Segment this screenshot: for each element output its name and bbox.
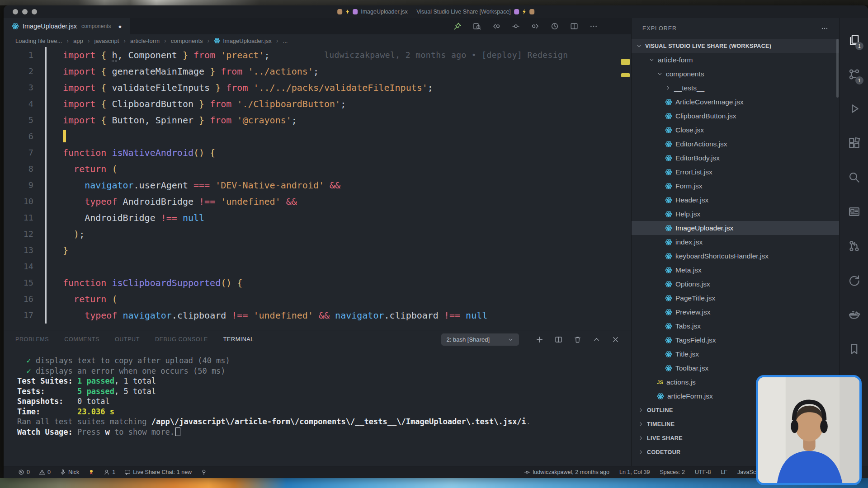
- trash-icon[interactable]: [574, 336, 581, 343]
- activity-pr[interactable]: [840, 229, 868, 263]
- code-line[interactable]: 16 return (: [4, 291, 631, 307]
- code-line[interactable]: 9 navigator.userAgent === 'DEV-Native-an…: [4, 177, 631, 193]
- tree-item-index-jsx[interactable]: index.jsx: [632, 235, 839, 249]
- status-item-javasc[interactable]: JavaSc: [737, 469, 756, 475]
- code-line[interactable]: 14: [4, 258, 631, 275]
- panel-tab-problems[interactable]: PROBLEMS: [15, 336, 49, 343]
- activity-extensions[interactable]: [840, 126, 868, 160]
- tree-item-visual-studio-live-share-workspace-[interactable]: VISUAL STUDIO LIVE SHARE (WORKSPACE): [632, 39, 839, 53]
- close-icon[interactable]: [612, 336, 619, 343]
- status-item-1[interactable]: 1: [104, 469, 115, 475]
- preview-icon[interactable]: [473, 22, 481, 30]
- nav-dot-icon[interactable]: [512, 22, 520, 30]
- status-item-utf-8[interactable]: UTF-8: [695, 469, 711, 475]
- git-blame-annotation: ludwiczakpawel, 2 months ago • [deploy] …: [324, 47, 568, 63]
- tree-item-articlecoverimage-jsx[interactable]: ArticleCoverImage.jsx: [632, 95, 839, 109]
- code-line[interactable]: 4import { ClipboardButton } from './Clip…: [4, 96, 631, 112]
- nav-back-icon[interactable]: [492, 22, 500, 30]
- activity-search[interactable]: [840, 160, 868, 194]
- activity-graph[interactable]: 1: [840, 57, 868, 91]
- tree-item-keyboardshortcutshandler-jsx[interactable]: keyboardShortcutsHandler.jsx: [632, 249, 839, 263]
- breadcrumb-item[interactable]: javascript: [94, 38, 119, 44]
- code-line[interactable]: 8 return (: [4, 161, 631, 177]
- tree-item-components[interactable]: components: [632, 67, 839, 81]
- breadcrumb-item[interactable]: components: [171, 38, 203, 44]
- terminal-output[interactable]: ✓ displays text to copy after upload (40…: [4, 348, 631, 466]
- panel-tab-comments[interactable]: COMMENTS: [64, 336, 99, 343]
- activity-share[interactable]: [840, 263, 868, 297]
- nav-forward-icon[interactable]: [531, 22, 539, 30]
- panel-tab-debug-console[interactable]: DEBUG CONSOLE: [155, 336, 208, 343]
- tree-item-options-jsx[interactable]: Options.jsx: [632, 277, 839, 291]
- code-line[interactable]: 2import { generateMainImage } from '../a…: [4, 63, 631, 80]
- status-item-live-share-chat-1-new[interactable]: Live Share Chat: 1 new: [124, 469, 192, 475]
- tab-imageuploader[interactable]: ImageUploader.jsx components ●: [4, 18, 130, 34]
- minimize-window-button[interactable]: [22, 9, 28, 14]
- breadcrumb-item[interactable]: Loading file tree...: [15, 38, 62, 44]
- tree-item-help-jsx[interactable]: Help.jsx: [632, 207, 839, 221]
- tree-item-imageuploader-jsx[interactable]: ImageUploader.jsx: [632, 221, 839, 235]
- tree-item-tabs-jsx[interactable]: Tabs.jsx: [632, 319, 839, 333]
- activity-bookmark[interactable]: [840, 332, 868, 366]
- status-item-0[interactable]: 0: [18, 469, 30, 475]
- zoom-window-button[interactable]: [32, 9, 37, 14]
- status-item-0[interactable]: 0: [39, 469, 51, 475]
- plus-icon[interactable]: [536, 336, 543, 343]
- code-editor[interactable]: 1import { h, Component } from 'preact';l…: [4, 47, 631, 330]
- code-line[interactable]: 5import { Button, Spinner } from '@crayo…: [4, 112, 631, 128]
- status-item-spaces-2[interactable]: Spaces: 2: [660, 469, 685, 475]
- tree-item-title-jsx[interactable]: Title.jsx: [632, 347, 839, 361]
- tree-item-tagsfield-jsx[interactable]: TagsField.jsx: [632, 333, 839, 347]
- terminal-shell-select[interactable]: 2: bash [Shared]: [441, 333, 519, 346]
- breadcrumb-item[interactable]: ...: [283, 38, 288, 44]
- tree-item-header-jsx[interactable]: Header.jsx: [632, 193, 839, 207]
- tree-item-article-form[interactable]: article-form: [632, 53, 839, 67]
- code-line[interactable]: 17 typeof navigator.clipboard !== 'undef…: [4, 307, 631, 324]
- code-line[interactable]: 10 typeof AndroidBridge !== 'undefined' …: [4, 193, 631, 210]
- line-number: 16: [4, 291, 33, 307]
- tree-item-preview-jsx[interactable]: Preview.jsx: [632, 305, 839, 319]
- status-item-pinloc[interactable]: [201, 469, 207, 475]
- panel-tab-terminal[interactable]: TERMINAL: [223, 336, 254, 343]
- close-window-button[interactable]: [13, 9, 18, 14]
- code-line[interactable]: 11 AndroidBridge !== null: [4, 210, 631, 226]
- code-line[interactable]: 3import { validateFileInputs } from '../…: [4, 80, 631, 96]
- tree-item-form-jsx[interactable]: Form.jsx: [632, 179, 839, 193]
- status-item-lf[interactable]: LF: [721, 469, 727, 475]
- more-actions-icon[interactable]: [821, 25, 828, 32]
- tree-item-editorbody-jsx[interactable]: EditorBody.jsx: [632, 151, 839, 165]
- code-line[interactable]: 12 );: [4, 226, 631, 242]
- clock-icon[interactable]: [551, 22, 559, 30]
- breadcrumb-item[interactable]: article-form: [130, 38, 160, 44]
- code-line[interactable]: 7function isNativeAndroid() {: [4, 145, 631, 161]
- breadcrumb-item[interactable]: app: [73, 38, 83, 44]
- tree-item--tests-[interactable]: __tests__: [632, 81, 839, 95]
- status-item-award[interactable]: [88, 469, 94, 475]
- activity-run[interactable]: [840, 91, 868, 126]
- more-icon[interactable]: [590, 22, 598, 30]
- code-line[interactable]: 1import { h, Component } from 'preact';l…: [4, 47, 631, 63]
- tree-item-meta-jsx[interactable]: Meta.jsx: [632, 263, 839, 277]
- code-line[interactable]: 13}: [4, 242, 631, 258]
- tree-item-toolbar-jsx[interactable]: Toolbar.jsx: [632, 361, 839, 375]
- code-line[interactable]: 6: [4, 128, 631, 145]
- sidebar-scrollbar[interactable]: [836, 39, 839, 98]
- activity-docker[interactable]: [840, 297, 868, 332]
- status-item-nick[interactable]: Nick: [60, 469, 79, 475]
- activity-panel[interactable]: [840, 194, 868, 229]
- activity-files[interactable]: 1: [840, 23, 868, 57]
- split-icon[interactable]: [555, 336, 562, 343]
- chev-up-icon[interactable]: [593, 336, 600, 343]
- tree-item-close-jsx[interactable]: Close.jsx: [632, 123, 839, 137]
- panel-tab-output[interactable]: OUTPUT: [115, 336, 140, 343]
- breadcrumb-item[interactable]: ImageUploader.jsx: [214, 38, 272, 44]
- split-icon[interactable]: [570, 22, 578, 30]
- code-line[interactable]: 15function isClipboardSupported() {: [4, 275, 631, 291]
- tree-item-editoractions-jsx[interactable]: EditorActions.jsx: [632, 137, 839, 151]
- tree-item-pagetitle-jsx[interactable]: PageTitle.jsx: [632, 291, 839, 305]
- status-item-ln-1-col-39[interactable]: Ln 1, Col 39: [619, 469, 650, 475]
- pin-icon[interactable]: [453, 22, 462, 30]
- status-item-ludwiczakpawel-2-months-ago[interactable]: ludwiczakpawel, 2 months ago: [524, 469, 609, 475]
- tree-item-clipboardbutton-jsx[interactable]: ClipboardButton.jsx: [632, 109, 839, 123]
- tree-item-errorlist-jsx[interactable]: ErrorList.jsx: [632, 165, 839, 179]
